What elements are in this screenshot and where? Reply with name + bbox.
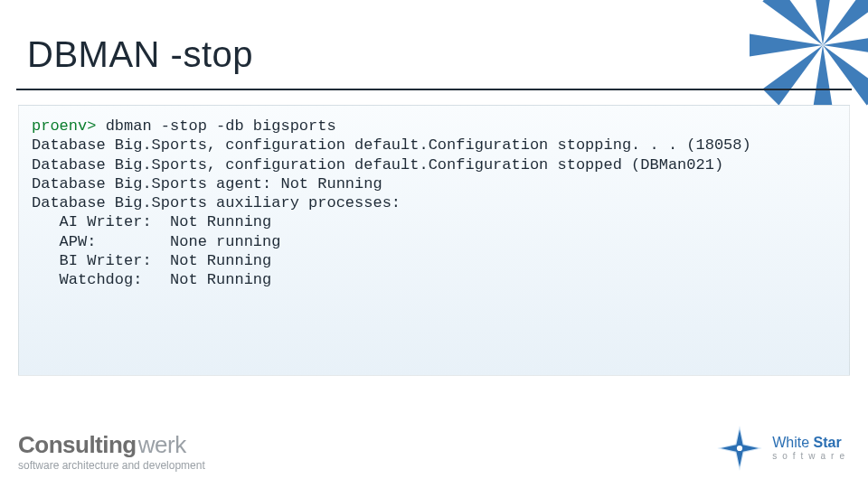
svg-marker-4: [762, 0, 823, 45]
svg-marker-1: [811, 0, 834, 45]
slide-title: DBMAN -stop: [27, 34, 253, 75]
output-line: Watchdog: Not Running: [32, 270, 836, 289]
footer-left-logo: Consultingwerk software architecture and…: [18, 431, 205, 472]
svg-marker-7: [823, 45, 868, 106]
command: dbman -stop -db bigsports: [106, 117, 336, 135]
svg-marker-5: [823, 0, 868, 45]
output-line: Database Big.Sports agent: Not Running: [32, 174, 836, 193]
whitestar-name: White Star: [772, 436, 850, 450]
output-line: Database Big.Sports, configuration defau…: [32, 155, 836, 174]
svg-marker-0: [750, 33, 823, 56]
svg-marker-6: [762, 45, 823, 106]
output-line: AI Writer: Not Running: [32, 212, 836, 231]
svg-marker-2: [823, 33, 868, 56]
whitestar-star: Star: [814, 435, 842, 450]
whitestar-tagline: software: [772, 452, 850, 461]
footer-right-logo: White Star software: [716, 425, 850, 472]
output-line: Database Big.Sports, configuration defau…: [32, 136, 836, 155]
consultingwerk-strong: Consulting: [18, 431, 137, 459]
terminal-panel: proenv> dbman -stop -db bigsportsDatabas…: [18, 105, 850, 376]
whitestar-white: White: [772, 435, 813, 450]
consultingwerk-light: werk: [138, 431, 186, 459]
consultingwerk-tagline: software architecture and development: [18, 459, 205, 472]
svg-point-10: [737, 446, 742, 451]
output-line: Database Big.Sports auxiliary processes:: [32, 193, 836, 212]
star-icon: [716, 425, 763, 472]
output-line: BI Writer: Not Running: [32, 251, 836, 270]
title-underline: [16, 89, 852, 90]
consultingwerk-logo: Consultingwerk: [18, 431, 205, 459]
output-line: APW: None running: [32, 232, 836, 251]
prompt: proenv>: [32, 117, 96, 135]
